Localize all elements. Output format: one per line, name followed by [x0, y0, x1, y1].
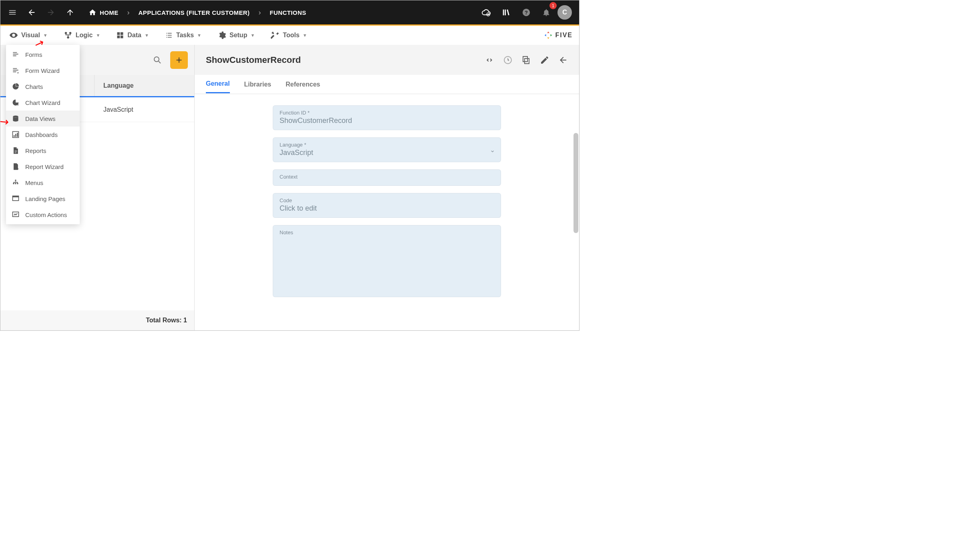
menu-data-label: Data: [127, 32, 141, 39]
svg-point-10: [13, 116, 18, 118]
chart-wizard-icon: [12, 99, 20, 107]
dropdown-item-reports[interactable]: Reports: [6, 143, 80, 159]
notes-field[interactable]: Notes: [273, 225, 501, 297]
language-value: JavaScript: [280, 149, 494, 157]
hamburger-icon: [8, 8, 17, 17]
dropdown-item-forms[interactable]: Forms: [6, 46, 80, 62]
column-language[interactable]: Language: [95, 75, 143, 96]
copy-icon: [521, 55, 531, 65]
logic-icon: [64, 31, 72, 40]
forward-button[interactable]: [42, 4, 60, 21]
function-id-field[interactable]: Function ID * ShowCustomerRecord: [273, 105, 501, 130]
context-field[interactable]: Context: [273, 169, 501, 186]
arrow-up-icon: [66, 8, 74, 17]
home-icon: [89, 8, 97, 16]
reports-icon: [12, 147, 20, 155]
dashboards-icon: [12, 131, 20, 139]
dropdown-item-label: Charts: [25, 83, 43, 90]
up-button[interactable]: [61, 4, 79, 21]
dropdown-item-label: Reports: [25, 147, 46, 154]
tab-general[interactable]: General: [206, 75, 230, 93]
tab-references[interactable]: References: [286, 76, 320, 93]
help-icon: ?: [522, 8, 531, 17]
menu-tasks[interactable]: Tasks▼: [161, 29, 205, 42]
dropdown-item-label: Chart Wizard: [25, 99, 60, 106]
dropdown-item-charts[interactable]: Charts: [6, 78, 80, 95]
chevron-right-icon: ›: [125, 8, 132, 17]
menu-visual-label: Visual: [21, 32, 40, 39]
dropdown-item-custom-actions[interactable]: Custom Actions: [6, 207, 80, 223]
logo: FIVE: [544, 31, 573, 40]
breadcrumb-page[interactable]: FUNCTIONS: [265, 6, 311, 19]
dropdown-item-label: Landing Pages: [25, 195, 65, 202]
dropdown-item-dashboards[interactable]: Dashboards: [6, 127, 80, 143]
logo-text: FIVE: [555, 32, 573, 39]
back-detail-button[interactable]: [558, 55, 568, 65]
code-button[interactable]: [485, 55, 494, 65]
back-button[interactable]: [23, 4, 40, 21]
breadcrumb-app[interactable]: APPLICATIONS (FILTER CUSTOMER): [134, 6, 255, 19]
notes-label: Notes: [280, 229, 494, 235]
dropdown-item-label: Custom Actions: [25, 211, 67, 218]
chevron-down-icon: ▼: [250, 33, 255, 38]
menus-icon: [12, 179, 20, 187]
help-button[interactable]: ?: [517, 4, 535, 21]
cloud-icon: [481, 8, 491, 17]
tab-libraries[interactable]: Libraries: [244, 76, 272, 93]
menu-visual[interactable]: Visual▼: [5, 28, 52, 42]
menu-setup[interactable]: Setup▼: [213, 28, 259, 42]
menu-data[interactable]: Data▼: [112, 29, 153, 42]
copy-button[interactable]: [521, 55, 531, 65]
notification-badge: 1: [549, 2, 557, 9]
report-wizard-icon: [12, 163, 20, 171]
dropdown-item-form-wizard[interactable]: Form Wizard: [6, 62, 80, 78]
row-language: JavaScript: [95, 106, 142, 113]
function-id-label: Function ID *: [280, 110, 494, 116]
topbar-right: ? 1 C: [477, 4, 576, 21]
detail-header: ShowCustomerRecord: [195, 45, 579, 75]
form: Function ID * ShowCustomerRecord Languag…: [195, 94, 579, 330]
edit-button[interactable]: [540, 55, 549, 65]
dropdown-item-menus[interactable]: Menus: [6, 175, 80, 191]
breadcrumb-home[interactable]: HOME: [84, 5, 123, 20]
svg-point-3: [64, 32, 67, 34]
dropdown-item-chart-wizard[interactable]: Chart Wizard: [6, 95, 80, 111]
dropdown-item-label: Data Views: [25, 115, 56, 122]
library-button[interactable]: [497, 4, 515, 21]
data-views-icon: [12, 115, 20, 123]
search-button[interactable]: [149, 52, 165, 68]
visual-dropdown: Forms Form Wizard Charts Chart Wizard Da…: [6, 45, 80, 224]
language-field[interactable]: Language * JavaScript ⌄: [273, 137, 501, 162]
dropdown-item-label: Dashboards: [25, 131, 58, 138]
menu-tasks-label: Tasks: [176, 32, 194, 39]
dropdown-item-report-wizard[interactable]: Report Wizard: [6, 159, 80, 175]
cloud-button[interactable]: [477, 4, 495, 21]
wrench-icon: [271, 31, 280, 40]
breadcrumb-home-label: HOME: [100, 9, 119, 16]
hamburger-button[interactable]: [4, 4, 21, 21]
history-button[interactable]: [503, 55, 513, 65]
avatar[interactable]: C: [557, 5, 572, 20]
dropdown-item-landing-pages[interactable]: Landing Pages: [6, 191, 80, 207]
menu-tools[interactable]: Tools▼: [267, 28, 311, 42]
svg-point-15: [17, 183, 18, 184]
svg-point-14: [15, 183, 16, 184]
chevron-down-icon: ▼: [96, 33, 100, 38]
books-icon: [502, 8, 511, 17]
detail-panel: ShowCustomerRecord General Libraries Ref…: [195, 45, 579, 330]
logo-icon: [544, 31, 553, 40]
detail-actions: [485, 55, 568, 65]
svg-rect-8: [525, 58, 529, 64]
detail-title: ShowCustomerRecord: [206, 55, 301, 65]
menu-logic[interactable]: Logic▼: [60, 28, 105, 42]
scrollbar-thumb[interactable]: [574, 133, 578, 233]
context-label: Context: [280, 174, 494, 180]
notifications-button[interactable]: 1: [537, 4, 555, 21]
svg-point-6: [154, 57, 159, 62]
code-field[interactable]: Code Click to edit: [273, 193, 501, 218]
add-button[interactable]: [170, 51, 188, 69]
menu-tools-label: Tools: [283, 32, 299, 39]
list-footer: Total Rows: 1: [0, 310, 194, 330]
arrow-right-icon: [46, 8, 55, 17]
dropdown-item-data-views[interactable]: Data Views: [6, 111, 80, 127]
